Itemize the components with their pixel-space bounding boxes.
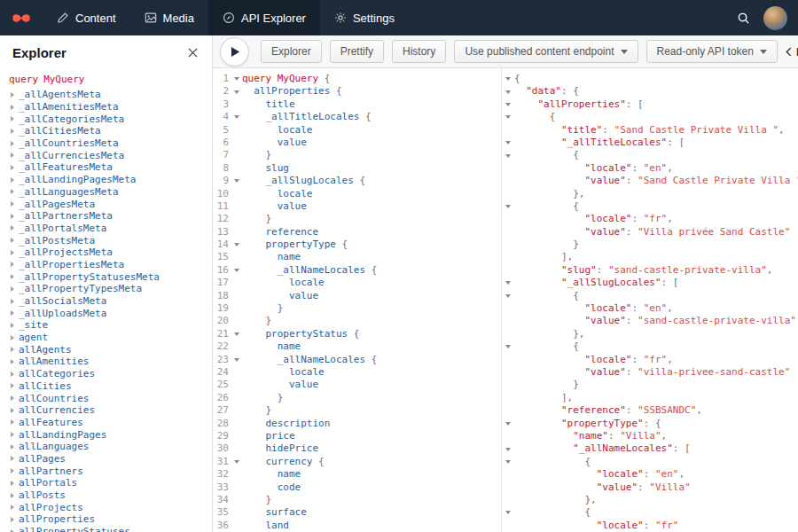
chevron-right-icon xyxy=(11,372,14,377)
execute-query-button[interactable] xyxy=(220,37,249,66)
fold-arrow-icon[interactable] xyxy=(505,205,511,208)
fold-arrow-icon[interactable] xyxy=(234,77,239,81)
explorer-field[interactable]: allPages xyxy=(9,453,212,466)
explorer-field[interactable]: _allPortalsMeta xyxy=(9,223,212,235)
explorer-field[interactable]: _allPropertyStatusesMeta xyxy=(9,270,212,283)
fold-gutter xyxy=(231,328,242,340)
fold-arrow-icon[interactable] xyxy=(505,77,511,81)
fold-arrow-icon[interactable] xyxy=(505,294,511,298)
explorer-field[interactable]: _allAgentsMeta xyxy=(9,89,212,101)
fold-arrow-icon[interactable] xyxy=(505,90,511,94)
explorer-field[interactable]: _allPostsMeta xyxy=(9,234,212,246)
explorer-field[interactable]: _allPagesMeta xyxy=(9,198,212,210)
explorer-field[interactable]: allCurrencies xyxy=(9,404,212,417)
explorer-field[interactable]: _allCountriesMeta xyxy=(9,137,212,150)
chevron-right-icon xyxy=(11,359,14,364)
code-text: "_allNameLocales": [ xyxy=(514,442,691,455)
line-number: 6 xyxy=(213,137,231,149)
fold-arrow-icon[interactable] xyxy=(505,345,511,348)
search-icon[interactable] xyxy=(737,12,750,25)
close-icon[interactable] xyxy=(186,46,200,59)
response-line: "_allSlugLocales": [ xyxy=(502,277,798,289)
explorer-field[interactable]: _site xyxy=(9,319,212,332)
response-line: "value": "Villa privée Sand Castle" xyxy=(502,226,798,239)
fold-arrow-icon[interactable] xyxy=(234,460,239,464)
explorer-field[interactable]: allPortals xyxy=(9,477,212,489)
fold-gutter xyxy=(502,213,514,225)
explorer-field[interactable]: _allUploadsMeta xyxy=(9,307,212,319)
explorer-field[interactable]: allPropertyStatuses xyxy=(9,526,212,532)
nav-tab-api-explorer[interactable]: API Explorer xyxy=(208,0,320,35)
fold-arrow-icon[interactable] xyxy=(234,243,239,246)
fold-gutter xyxy=(502,468,514,481)
toolbar-dropdown-1[interactable]: Read-only API token xyxy=(646,40,778,63)
explorer-field[interactable]: allAmenities xyxy=(9,356,212,368)
fold-arrow-icon[interactable] xyxy=(505,281,511,285)
toolbar-button-prettify[interactable]: Prettify xyxy=(330,40,384,63)
explorer-field[interactable]: _allLanguagesMeta xyxy=(9,186,212,199)
explorer-field[interactable]: agent xyxy=(9,332,212,344)
response-line: "reference": "SSBSANDC", xyxy=(502,404,798,417)
explorer-field[interactable]: _allPartnersMeta xyxy=(9,210,212,223)
fold-arrow-icon[interactable] xyxy=(505,511,511,514)
explorer-field[interactable]: allPosts xyxy=(9,489,212,502)
explorer-field[interactable]: _allPropertyTypesMeta xyxy=(9,283,212,295)
response-line: "_allTitleLocales": [ xyxy=(502,137,798,149)
explorer-field[interactable]: _allPropertiesMeta xyxy=(9,259,212,271)
explorer-field[interactable]: _allCurrenciesMeta xyxy=(9,149,212,161)
fold-arrow-icon[interactable] xyxy=(234,358,239,362)
nav-tab-settings[interactable]: Settings xyxy=(320,0,409,35)
fold-gutter xyxy=(502,277,514,289)
fold-arrow-icon[interactable] xyxy=(505,103,511,106)
explorer-field[interactable]: allCategories xyxy=(9,368,212,380)
explorer-field[interactable]: allLandingPages xyxy=(9,428,212,441)
explorer-field[interactable]: _allSocialsMeta xyxy=(9,295,212,308)
fold-arrow-icon[interactable] xyxy=(505,141,511,145)
fold-arrow-icon[interactable] xyxy=(505,460,511,464)
chevron-left-icon xyxy=(786,47,792,57)
fold-arrow-icon[interactable] xyxy=(505,154,511,158)
nav-tab-content[interactable]: Content xyxy=(43,0,130,35)
explorer-field[interactable]: _allLandingPagesMeta xyxy=(9,174,212,186)
fold-arrow-icon[interactable] xyxy=(234,115,239,119)
explorer-field[interactable]: allPartners xyxy=(9,465,212,477)
editor-line: 33 code xyxy=(213,481,501,494)
nav-tab-media[interactable]: Media xyxy=(130,0,208,35)
code-text: "locale": "fr" xyxy=(514,520,678,532)
explorer-field[interactable]: allCities xyxy=(9,380,212,393)
fold-gutter xyxy=(231,430,242,442)
fold-arrow-icon[interactable] xyxy=(234,269,239,272)
docs-link[interactable]: Docs xyxy=(786,45,798,59)
fold-arrow-icon[interactable] xyxy=(505,422,511,426)
explorer-field[interactable]: allAgents xyxy=(9,343,212,356)
code-text: "locale": "en", xyxy=(514,468,685,481)
explorer-field[interactable]: _allCitiesMeta xyxy=(9,125,212,137)
explorer-field[interactable]: allLanguages xyxy=(9,441,212,453)
explorer-field[interactable]: allProjects xyxy=(9,501,212,513)
app-logo[interactable] xyxy=(0,0,43,35)
explorer-field[interactable]: allFeatures xyxy=(9,417,212,429)
chevron-right-icon xyxy=(11,395,14,401)
user-avatar[interactable] xyxy=(763,6,787,30)
query-editor[interactable]: 1query MyQuery {2 allProperties {3 title… xyxy=(213,68,502,532)
toolbar-button-explorer[interactable]: Explorer xyxy=(261,40,322,63)
explorer-field[interactable]: allCountries xyxy=(9,392,212,404)
fold-arrow-icon[interactable] xyxy=(505,448,511,451)
explorer-field[interactable]: _allProjectsMeta xyxy=(9,246,212,259)
field-name: _allPropertiesMeta xyxy=(19,259,124,270)
explorer-field[interactable]: _allAmenitiesMeta xyxy=(9,101,212,113)
explorer-panel: Explorer queryMyQuery _allAgentsMeta_all… xyxy=(0,35,213,532)
fold-arrow-icon[interactable] xyxy=(234,179,239,183)
toolbar-button-history[interactable]: History xyxy=(392,40,446,63)
line-number: 26 xyxy=(213,392,231,404)
explorer-field[interactable]: _allCategoriesMeta xyxy=(9,113,212,125)
line-number: 21 xyxy=(213,328,231,340)
fold-arrow-icon[interactable] xyxy=(234,90,239,94)
explorer-field[interactable]: allProperties xyxy=(9,513,212,526)
fold-arrow-icon[interactable] xyxy=(234,332,239,336)
explorer-field[interactable]: _allFeaturesMeta xyxy=(9,161,212,174)
toolbar-dropdown-0[interactable]: Use published content endpoint xyxy=(454,40,638,63)
fold-arrow-icon[interactable] xyxy=(505,115,511,119)
editor-line: 14 propertyType { xyxy=(213,239,501,251)
code-text: "value": "villa-privee-sand-castle" xyxy=(514,366,790,379)
